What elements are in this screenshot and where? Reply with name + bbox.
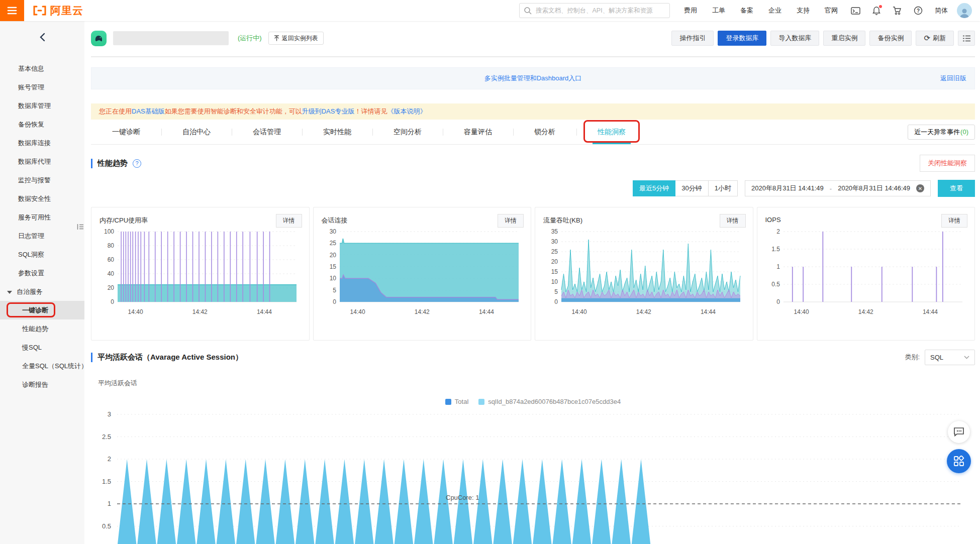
action-button[interactable]: ⟳刷新: [916, 31, 954, 46]
sidebar-item-label: 账号管理: [18, 83, 44, 91]
topbar-menu-item[interactable]: 企业: [768, 6, 781, 15]
refresh-icon: ⟳: [924, 34, 930, 43]
feedback-button[interactable]: [948, 421, 970, 443]
sidebar-item[interactable]: SQL洞察: [0, 245, 84, 264]
instance-status: (运行中): [238, 34, 262, 43]
sidebar-item[interactable]: 慢SQL: [0, 338, 84, 357]
tab-item[interactable]: 会话管理: [232, 120, 302, 144]
time-controls: 最近5分钟30分钟1小时 2020年8月31日 14:41:49 - 2020年…: [91, 180, 975, 197]
svg-text:35: 35: [551, 228, 558, 235]
close-insight-button[interactable]: 关闭性能洞察: [920, 155, 975, 172]
quick-range-button[interactable]: 30分钟: [675, 180, 708, 196]
action-button[interactable]: 导入数据库: [770, 31, 819, 46]
quick-range-button[interactable]: 1小时: [708, 180, 738, 196]
clear-date-icon[interactable]: ✕: [916, 184, 924, 192]
topbar-menu-item[interactable]: 工单: [712, 6, 725, 15]
tab-item[interactable]: 容量评估: [443, 120, 513, 144]
topbar-menu-item[interactable]: 费用: [684, 6, 697, 15]
svg-text:5: 5: [554, 288, 558, 295]
sidebar-item[interactable]: 备份恢复: [0, 115, 84, 134]
legend-item[interactable]: sqlId_b874a2ed60076b487bce1c07e5cdd3e4: [478, 398, 621, 405]
tab-label: 实时性能: [323, 128, 351, 137]
topbar-menu-item[interactable]: 官网: [825, 6, 838, 15]
legend-label: sqlId_b874a2ed60076b487bce1c07e5cdd3e4: [488, 398, 621, 405]
user-avatar[interactable]: [957, 3, 972, 18]
svg-text:0: 0: [111, 298, 114, 305]
tab-item[interactable]: 实时性能: [302, 120, 372, 144]
back-to-instance-list-button[interactable]: 返回实例列表: [268, 32, 324, 45]
abnormal-events-button[interactable]: 近一天异常事件 (0): [908, 125, 975, 140]
tab-item[interactable]: 锁分析: [513, 120, 576, 144]
chart-title: 会话连接: [322, 214, 348, 225]
sidebar-item[interactable]: 一键诊断: [0, 301, 84, 319]
mysql-instance-icon: [91, 31, 107, 46]
help-icon[interactable]: ?: [914, 6, 923, 15]
chart-card: 会话连接详情05101520253014:4014:4214:44: [313, 207, 532, 341]
sidebar-item[interactable]: 参数设置: [0, 264, 84, 282]
sidebar-item[interactable]: 基本信息: [0, 59, 84, 78]
dashboard-entry-link[interactable]: 多实例批量管理和Dashboard入口: [484, 74, 582, 83]
svg-text:0.5: 0.5: [771, 281, 780, 288]
tab-item[interactable]: 一键诊断: [91, 120, 161, 144]
sidebar-item[interactable]: 监控与报警: [0, 171, 84, 189]
sidebar-item-label: 参数设置: [18, 269, 44, 277]
aliyun-logo[interactable]: 阿里云: [32, 4, 83, 18]
detail-button[interactable]: 详情: [498, 214, 524, 228]
instance-actions: 操作指引登录数据库导入数据库重启实例备份实例⟳刷新: [671, 31, 975, 46]
search-input[interactable]: [519, 3, 670, 18]
topbar-menu: 费用工单备案企业支持官网: [684, 6, 838, 15]
apps-panel-button[interactable]: [947, 449, 971, 473]
collapse-sidebar-icon[interactable]: [0, 32, 84, 42]
action-button[interactable]: 操作指引: [671, 31, 714, 46]
date-start: 2020年8月31日 14:41:49: [751, 184, 824, 193]
tab-active[interactable]: 性能洞察: [576, 120, 647, 144]
tab-label: 空间分析: [394, 128, 422, 137]
sidebar-item[interactable]: 日志管理: [0, 227, 84, 245]
sidebar-item[interactable]: 性能趋势: [0, 319, 84, 338]
sidebar-item[interactable]: 数据库代理: [0, 152, 84, 171]
svg-text:0.5: 0.5: [102, 522, 111, 530]
tab-item[interactable]: 空间分析: [372, 120, 443, 144]
sidebar-item[interactable]: 自治服务: [0, 282, 84, 301]
sidebar-item[interactable]: 数据安全性: [0, 189, 84, 208]
tab-item[interactable]: 自治中心: [161, 120, 232, 144]
legend-item[interactable]: Total: [445, 398, 468, 405]
action-button[interactable]: 登录数据库: [718, 31, 766, 46]
topbar-menu-item[interactable]: 备案: [740, 6, 753, 15]
locale-switch[interactable]: 简体: [935, 6, 948, 15]
tab-label: 一键诊断: [112, 128, 140, 137]
topbar-menu-item[interactable]: 支持: [797, 6, 810, 15]
notice-bar: 多实例批量管理和Dashboard入口 返回旧版: [91, 67, 975, 89]
detail-button[interactable]: 详情: [276, 214, 302, 228]
action-button[interactable]: 重启实例: [823, 31, 865, 46]
perf-trend-title: 性能趋势: [91, 159, 128, 168]
question-circle-icon[interactable]: ?: [133, 159, 141, 168]
console-icon[interactable]: [851, 7, 860, 15]
list-view-button[interactable]: [958, 31, 975, 46]
sidebar-item[interactable]: 数据库连接: [0, 134, 84, 152]
category-select[interactable]: SQL: [925, 350, 975, 365]
chart-card: 流量吞吐(KB)详情0510152025303514:4014:4214:44: [535, 207, 753, 341]
detail-button[interactable]: 详情: [941, 214, 967, 228]
brand-text: 阿里云: [50, 4, 83, 18]
return-old-version-link[interactable]: 返回旧版: [940, 74, 966, 83]
sidebar-item[interactable]: 账号管理: [0, 78, 84, 96]
sidebar-item[interactable]: 服务可用性: [0, 208, 84, 227]
chart-canvas: 00.511.5214:4014:4214:44: [765, 228, 965, 316]
sidebar-item[interactable]: 诊断报告: [0, 375, 84, 394]
tab-label: 自治中心: [182, 128, 211, 137]
svg-text:3: 3: [108, 410, 111, 418]
cart-icon[interactable]: [893, 7, 902, 15]
date-range-picker[interactable]: 2020年8月31日 14:41:49 - 2020年8月31日 14:46:4…: [745, 180, 931, 196]
chart-card: 内存/CPU使用率详情02040608010014:4014:4214:44: [91, 207, 310, 341]
back-to-list-label: 返回实例列表: [282, 34, 318, 43]
quick-range-button[interactable]: 最近5分钟: [633, 180, 675, 196]
view-button[interactable]: 查看: [938, 180, 975, 197]
bell-icon[interactable]: [872, 7, 880, 15]
hamburger-menu-icon[interactable]: [0, 0, 24, 21]
sidebar-pin-icon[interactable]: [77, 224, 84, 232]
detail-button[interactable]: 详情: [720, 214, 746, 228]
sidebar-item[interactable]: 全量SQL（SQL统计）: [0, 357, 84, 375]
action-button[interactable]: 备份实例: [869, 31, 912, 46]
sidebar-item[interactable]: 数据库管理: [0, 96, 84, 115]
